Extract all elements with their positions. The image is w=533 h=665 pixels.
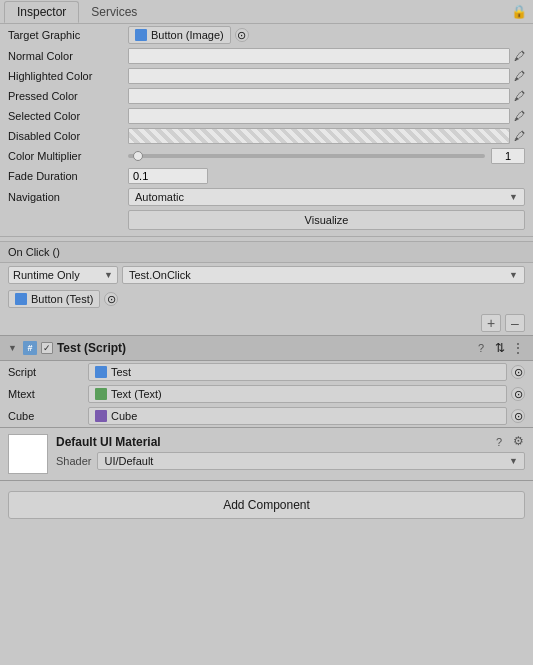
cube-field-label: Cube xyxy=(8,410,88,422)
material-info: Default UI Material ? ⚙ Shader UI/Defaul… xyxy=(56,434,525,470)
script-field-label: Script xyxy=(8,366,88,378)
fade-duration-input[interactable] xyxy=(128,168,208,184)
selected-color-label: Selected Color xyxy=(8,110,128,122)
normal-color-swatch[interactable] xyxy=(128,48,510,64)
normal-color-row: Normal Color 🖍 xyxy=(0,46,533,66)
test-script-collapse-arrow[interactable]: ▼ xyxy=(8,343,17,353)
cube-field-value[interactable]: Cube xyxy=(88,407,507,425)
visualize-value: Visualize xyxy=(128,210,525,230)
mtext-field-value[interactable]: Text (Text) xyxy=(88,385,507,403)
pressed-color-label: Pressed Color xyxy=(8,90,128,102)
disabled-color-label: Disabled Color xyxy=(8,130,128,142)
button-object-text: Button (Test) xyxy=(31,293,93,305)
color-multiplier-thumb[interactable] xyxy=(133,151,143,161)
material-section: Default UI Material ? ⚙ Shader UI/Defaul… xyxy=(0,427,533,480)
navigation-dropdown-text: Automatic xyxy=(135,191,184,203)
button-object-icon xyxy=(15,293,27,305)
color-multiplier-track[interactable] xyxy=(128,154,485,158)
highlighted-eyedropper-icon[interactable]: 🖍 xyxy=(514,70,525,82)
test-script-enabled-checkbox[interactable] xyxy=(41,342,53,354)
pressed-color-value: 🖍 xyxy=(128,88,525,104)
lock-icon[interactable]: 🔒 xyxy=(511,4,527,19)
disabled-color-row: Disabled Color 🖍 xyxy=(0,126,533,146)
pressed-eyedropper-icon[interactable]: 🖍 xyxy=(514,90,525,102)
material-help-icon[interactable]: ? xyxy=(491,434,507,450)
color-multiplier-label: Color Multiplier xyxy=(8,150,128,162)
onclick-handler-dropdown[interactable]: Test.OnClick ▼ xyxy=(122,266,525,284)
material-shader-text: UI/Default xyxy=(104,455,153,467)
material-shader-dropdown[interactable]: UI/Default ▼ xyxy=(97,452,525,470)
highlighted-color-swatch[interactable] xyxy=(128,68,510,84)
fade-duration-label: Fade Duration xyxy=(8,170,128,182)
cube-field-text: Cube xyxy=(111,410,137,422)
highlighted-color-label: Highlighted Color xyxy=(8,70,128,82)
color-multiplier-value[interactable] xyxy=(491,148,525,164)
highlighted-color-row: Highlighted Color 🖍 xyxy=(0,66,533,86)
mtext-field-label: Mtext xyxy=(8,388,88,400)
script-field-row: Script Test ⊙ xyxy=(0,361,533,383)
target-graphic-row: Target Graphic Button (Image) ⊙ xyxy=(0,24,533,46)
disabled-eyedropper-icon[interactable]: 🖍 xyxy=(514,130,525,142)
test-script-menu-icon[interactable]: ⋮ xyxy=(511,340,525,356)
target-graphic-label: Target Graphic xyxy=(8,29,128,41)
add-onclick-button[interactable]: + xyxy=(481,314,501,332)
test-script-header: ▼ # Test (Script) ? ⇅ ⋮ xyxy=(0,335,533,361)
test-script-settings-icon[interactable]: ⇅ xyxy=(493,341,507,355)
material-shader-arrow: ▼ xyxy=(509,456,518,466)
cube-picker[interactable]: ⊙ xyxy=(511,409,525,423)
mtext-picker[interactable]: ⊙ xyxy=(511,387,525,401)
target-graphic-value: Button (Image) ⊙ xyxy=(128,26,525,44)
runtime-dropdown-arrow: ▼ xyxy=(104,270,113,280)
mtext-field-icon xyxy=(95,388,107,400)
navigation-label: Navigation xyxy=(8,191,128,203)
mtext-field-text: Text (Text) xyxy=(111,388,162,400)
tab-services[interactable]: Services xyxy=(79,1,149,23)
selected-color-value: 🖍 xyxy=(128,108,525,124)
pressed-color-row: Pressed Color 🖍 xyxy=(0,86,533,106)
script-picker[interactable]: ⊙ xyxy=(511,365,525,379)
target-graphic-picker[interactable]: ⊙ xyxy=(235,28,249,42)
button-object-row: Button (Test) ⊙ xyxy=(0,287,533,311)
button-object-field[interactable]: Button (Test) xyxy=(8,290,100,308)
normal-color-value: 🖍 xyxy=(128,48,525,64)
plus-minus-row: + – xyxy=(0,311,533,335)
add-component-section: Add Component xyxy=(0,480,533,529)
normal-eyedropper-icon[interactable]: 🖍 xyxy=(514,50,525,62)
tab-inspector-label: Inspector xyxy=(17,5,66,19)
visualize-row: Visualize xyxy=(0,208,533,232)
target-graphic-icon xyxy=(135,29,147,41)
material-icons: ? ⚙ xyxy=(491,434,525,450)
test-script-help-icon[interactable]: ? xyxy=(473,340,489,356)
material-thumbnail[interactable] xyxy=(8,434,48,474)
onclick-header: On Click () xyxy=(0,241,533,263)
onclick-handler-arrow: ▼ xyxy=(509,270,518,280)
target-graphic-text: Button (Image) xyxy=(151,29,224,41)
navigation-value: Automatic ▼ xyxy=(128,188,525,206)
button-object-picker[interactable]: ⊙ xyxy=(104,292,118,306)
disabled-color-swatch[interactable] xyxy=(128,128,510,144)
cube-field-icon xyxy=(95,410,107,422)
onclick-row: Runtime Only ▼ Test.OnClick ▼ xyxy=(0,263,533,287)
script-field-value[interactable]: Test xyxy=(88,363,507,381)
target-graphic-field[interactable]: Button (Image) xyxy=(128,26,231,44)
onclick-header-label: On Click () xyxy=(8,246,60,258)
remove-onclick-button[interactable]: – xyxy=(505,314,525,332)
material-settings-icon[interactable]: ⚙ xyxy=(511,434,525,448)
add-component-button[interactable]: Add Component xyxy=(8,491,525,519)
normal-color-label: Normal Color xyxy=(8,50,128,62)
tab-inspector[interactable]: Inspector xyxy=(4,1,79,23)
disabled-color-value: 🖍 xyxy=(128,128,525,144)
highlighted-color-value: 🖍 xyxy=(128,68,525,84)
runtime-dropdown[interactable]: Runtime Only ▼ xyxy=(8,266,118,284)
selected-eyedropper-icon[interactable]: 🖍 xyxy=(514,110,525,122)
fade-duration-value xyxy=(128,168,525,184)
material-shader-label: Shader xyxy=(56,455,91,467)
selected-color-swatch[interactable] xyxy=(128,108,510,124)
pressed-color-swatch[interactable] xyxy=(128,88,510,104)
navigation-dropdown[interactable]: Automatic ▼ xyxy=(128,188,525,206)
color-multiplier-slider-container xyxy=(128,148,525,164)
cube-field-row: Cube Cube ⊙ xyxy=(0,405,533,427)
material-title: Default UI Material xyxy=(56,435,161,449)
mtext-field-row: Mtext Text (Text) ⊙ xyxy=(0,383,533,405)
visualize-button[interactable]: Visualize xyxy=(128,210,525,230)
